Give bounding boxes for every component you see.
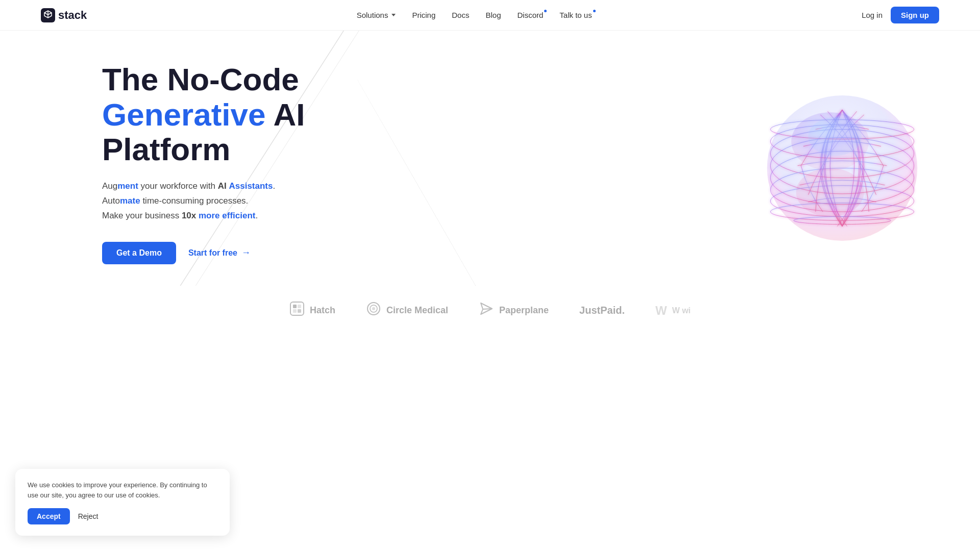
- hero-description: Augment your workforce with AI Assistant…: [102, 179, 305, 223]
- nav-docs[interactable]: Docs: [452, 11, 469, 19]
- svg-rect-20: [298, 309, 301, 313]
- circle-medical-icon: [366, 301, 381, 320]
- talk-to-us-dot: [593, 10, 596, 12]
- hatch-icon: [289, 301, 305, 320]
- logo[interactable]: stack: [41, 8, 87, 22]
- hero-visual: [745, 66, 939, 260]
- logo-text: stack: [58, 9, 87, 22]
- discord-dot: [544, 10, 547, 12]
- logo-paperplane: Paperplane: [479, 301, 549, 320]
- sphere-graphic: [745, 66, 939, 260]
- nav-talk-to-us[interactable]: Talk to us: [559, 11, 592, 19]
- hatch-svg: [289, 301, 305, 316]
- svg-point-14: [796, 168, 864, 216]
- logo-justpaid: JustPaid.: [579, 305, 625, 316]
- logo-icon: [41, 8, 55, 22]
- justpaid-label: JustPaid.: [579, 305, 625, 316]
- sphere-container: [745, 66, 939, 260]
- w-label: W wi: [672, 306, 691, 315]
- chevron-down-icon: [391, 14, 396, 16]
- w-icon: W: [655, 304, 667, 318]
- logo-hatch: Hatch: [289, 301, 335, 320]
- get-demo-button[interactable]: Get a Demo: [102, 242, 176, 264]
- nav-actions: Log in Sign up: [862, 7, 939, 23]
- nav-discord[interactable]: Discord: [517, 11, 543, 19]
- circle-medical-label: Circle Medical: [386, 305, 448, 316]
- logo-w: W W wi: [655, 304, 691, 318]
- start-free-link[interactable]: Start for free →: [188, 247, 251, 258]
- paperplane-icon: [479, 301, 494, 320]
- navbar: stack Solutions Pricing Docs Blog Discor…: [0, 0, 980, 31]
- svg-rect-18: [298, 305, 301, 308]
- nav-blog[interactable]: Blog: [485, 11, 501, 19]
- nav-solutions[interactable]: Solutions: [357, 11, 396, 19]
- logo-circle-medical: Circle Medical: [366, 301, 448, 320]
- circle-medical-svg: [366, 301, 381, 316]
- nav-links: Solutions Pricing Docs Blog Discord Talk…: [357, 11, 592, 19]
- hero-actions: Get a Demo Start for free →: [102, 242, 305, 264]
- nav-pricing[interactable]: Pricing: [412, 11, 435, 19]
- login-button[interactable]: Log in: [862, 11, 883, 19]
- signup-button[interactable]: Sign up: [891, 7, 939, 23]
- svg-rect-17: [293, 305, 297, 308]
- svg-point-15: [808, 117, 862, 156]
- hero-title: The No-Code Generative AI Platform: [102, 62, 305, 167]
- hero-section: The No-Code Generative AI Platform Augme…: [0, 31, 980, 286]
- svg-point-23: [372, 307, 375, 310]
- hero-content: The No-Code Generative AI Platform Augme…: [102, 62, 939, 264]
- svg-rect-19: [293, 309, 297, 313]
- logos-section: Hatch Circle Medical Paperplane JustPaid…: [0, 286, 980, 350]
- svg-rect-16: [290, 302, 304, 315]
- arrow-right-icon: →: [241, 247, 251, 258]
- paperplane-label: Paperplane: [499, 305, 549, 316]
- hero-text: The No-Code Generative AI Platform Augme…: [102, 62, 305, 264]
- paperplane-svg: [479, 301, 494, 316]
- hatch-label: Hatch: [310, 305, 335, 316]
